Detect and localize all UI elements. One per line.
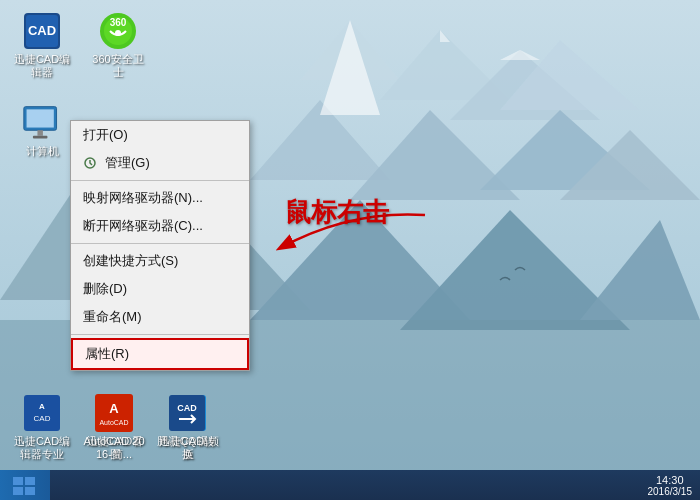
- menu-sep1: [71, 180, 249, 181]
- menu-open-label: 打开(O): [83, 126, 128, 144]
- menu-properties[interactable]: 属性(R): [71, 338, 249, 370]
- bottom-icons-row2: A AutoCAD AutoCAD 2016-简... CAD 迅捷CAD转换: [80, 390, 221, 464]
- cad-editor-label: 迅捷CAD编 辑器: [11, 53, 73, 79]
- desktop: CAD 迅捷CAD编 辑器 360 360安全卫士: [0, 0, 700, 500]
- svg-rect-47: [25, 487, 35, 495]
- autocad-icon-item[interactable]: A AutoCAD AutoCAD 2016-简...: [80, 390, 148, 464]
- cad-convert-icon-item[interactable]: CAD 迅捷CAD转换: [153, 390, 221, 464]
- svg-text:A: A: [109, 401, 119, 416]
- svg-rect-29: [24, 395, 60, 431]
- svg-rect-26: [27, 109, 54, 127]
- svg-text:360: 360: [110, 17, 127, 28]
- cad-pro-icon-item[interactable]: A CAD 迅捷CAD编辑器专业: [8, 390, 76, 464]
- context-menu: 打开(O) 管理(G) 映射网络驱动器(N)... 断开网络驱动器(C)... …: [70, 120, 250, 371]
- svg-text:CAD: CAD: [34, 414, 51, 423]
- cad-pro-icon: A CAD: [22, 393, 62, 433]
- svg-text:CAD: CAD: [177, 403, 197, 413]
- menu-delete[interactable]: 删除(D): [71, 275, 249, 303]
- autocad-icon: A AutoCAD: [94, 393, 134, 433]
- menu-disconnect-drive-label: 断开网络驱动器(C)...: [83, 217, 203, 235]
- menu-create-shortcut[interactable]: 创建快捷方式(S): [71, 247, 249, 275]
- svg-rect-27: [37, 130, 42, 135]
- menu-manage-label: 管理(G): [105, 154, 150, 172]
- menu-sep3: [71, 334, 249, 335]
- svg-rect-46: [13, 487, 23, 495]
- annotation-text: 鼠标右击: [285, 195, 389, 230]
- windows-logo: [11, 475, 39, 495]
- clock-time: 14:30: [656, 474, 684, 486]
- menu-rename[interactable]: 重命名(M): [71, 303, 249, 331]
- menu-open[interactable]: 打开(O): [71, 121, 249, 149]
- computer-icon: [22, 103, 62, 143]
- cad-convert-label: 迅捷CAD转换: [156, 435, 218, 461]
- menu-create-shortcut-label: 创建快捷方式(S): [83, 252, 178, 270]
- menu-map-drive[interactable]: 映射网络驱动器(N)...: [71, 184, 249, 212]
- menu-map-drive-label: 映射网络驱动器(N)...: [83, 189, 203, 207]
- cad-convert-icon: CAD: [167, 393, 207, 433]
- menu-properties-label: 属性(R): [85, 345, 129, 363]
- 360-guard-icon-item[interactable]: 360 360安全卫士: [84, 8, 152, 82]
- menu-delete-label: 删除(D): [83, 280, 127, 298]
- autocad-label: AutoCAD 2016-简...: [83, 435, 145, 461]
- start-button[interactable]: [0, 470, 50, 500]
- top-icons-row: CAD 迅捷CAD编 辑器 360 360安全卫士: [8, 8, 152, 82]
- menu-manage[interactable]: 管理(G): [71, 149, 249, 177]
- cad-editor-icon: CAD: [22, 11, 62, 51]
- svg-rect-40: [169, 395, 205, 431]
- svg-text:AutoCAD: AutoCAD: [99, 419, 128, 426]
- menu-disconnect-drive[interactable]: 断开网络驱动器(C)...: [71, 212, 249, 240]
- menu-sep2: [71, 243, 249, 244]
- svg-point-24: [115, 30, 121, 36]
- svg-rect-28: [33, 136, 48, 139]
- svg-rect-44: [13, 477, 23, 485]
- clock-date: 2016/3/15: [648, 486, 693, 497]
- 360-guard-icon: 360: [98, 11, 138, 51]
- svg-text:CAD: CAD: [28, 23, 56, 38]
- manage-icon: [83, 155, 99, 171]
- 360-guard-label: 360安全卫士: [87, 53, 149, 79]
- svg-text:A: A: [39, 402, 45, 411]
- cad-editor-icon-item[interactable]: CAD 迅捷CAD编 辑器: [8, 8, 76, 82]
- menu-rename-label: 重命名(M): [83, 308, 142, 326]
- taskbar: 14:30 2016/3/15: [0, 470, 700, 500]
- computer-label: 计算机: [26, 145, 59, 158]
- svg-rect-45: [25, 477, 35, 485]
- cad-pro-label: 迅捷CAD编辑器专业: [11, 435, 73, 461]
- computer-icon-item[interactable]: 计算机: [8, 100, 76, 161]
- taskbar-clock: 14:30 2016/3/15: [640, 474, 701, 497]
